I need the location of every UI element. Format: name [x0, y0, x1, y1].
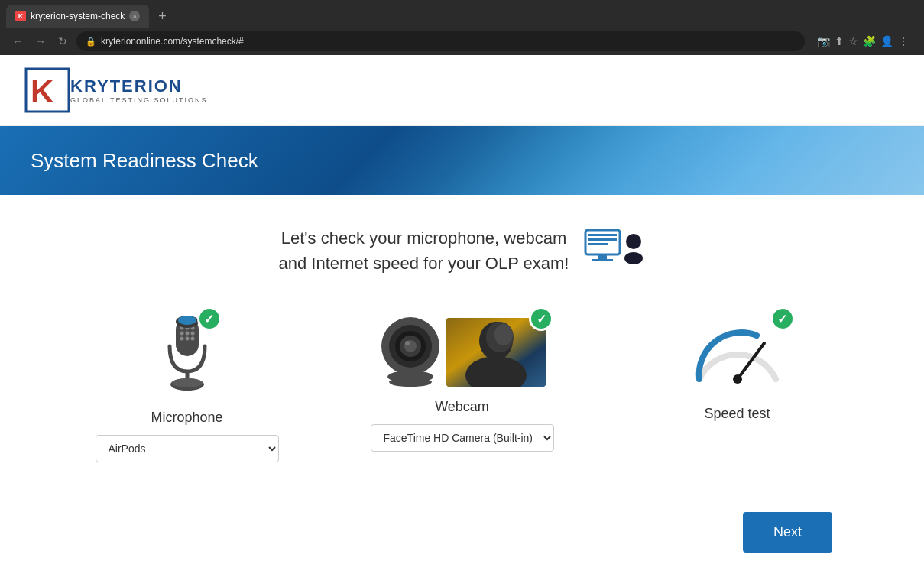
svg-point-30: [405, 341, 410, 345]
url-bar[interactable]: 🔒 kryteriononline.com/systemcheck/#: [76, 31, 805, 51]
extension-icon[interactable]: 🧩: [863, 35, 876, 47]
svg-point-38: [733, 374, 742, 384]
svg-point-15: [185, 332, 189, 336]
svg-text:K: K: [31, 73, 53, 109]
new-tab-button[interactable]: +: [152, 8, 173, 24]
banner-title: System Readiness Check: [31, 149, 258, 173]
tab-close-button[interactable]: ×: [129, 11, 140, 21]
svg-point-14: [180, 332, 183, 336]
bookmark-icon[interactable]: ☆: [848, 35, 858, 47]
tab-title: kryterion-system-check: [31, 11, 125, 21]
url-text: kryteriononline.com/systemcheck/#: [101, 36, 244, 47]
main-content: Let's check your microphone, webcam and …: [0, 195, 924, 554]
webcam-icon-wrapper: ✓: [378, 314, 546, 387]
intro-text: Let's check your microphone, webcam and …: [279, 225, 569, 276]
reload-button[interactable]: ↻: [55, 34, 70, 49]
page-content: K KRYTERION GLOBAL TESTING SOLUTIONS Sys…: [0, 55, 924, 554]
webcam-combo: [378, 314, 546, 387]
share-icon[interactable]: ⬆: [835, 35, 844, 47]
proctor-icon: [584, 226, 645, 276]
intro-line2: and Internet speed for your OLP exam!: [279, 254, 569, 273]
logo-text: KRYTERION GLOBAL TESTING SOLUTIONS: [70, 76, 208, 104]
back-button[interactable]: ←: [9, 34, 26, 49]
intro-section: Let's check your microphone, webcam and …: [279, 225, 646, 276]
webcam-preview: [446, 318, 546, 387]
webcam-select[interactable]: FaceTime HD Camera (Built-in) (05ac USB …: [371, 424, 554, 452]
speed-check-badge: ✓: [770, 306, 795, 331]
intro-line1: Let's check your microphone, webcam: [281, 229, 566, 248]
svg-point-31: [387, 371, 433, 383]
logo-name: KRYTERION: [70, 76, 208, 96]
next-button[interactable]: Next: [743, 512, 832, 553]
svg-point-17: [180, 337, 183, 341]
microphone-select[interactable]: AirPods Built-in Microphone USB Micropho…: [96, 435, 279, 462]
svg-point-21: [178, 316, 196, 325]
microphone-label: Microphone: [151, 410, 222, 426]
webcam-icon: [378, 314, 443, 387]
microphone-card: ✓: [80, 314, 294, 462]
speed-test-label: Speed test: [704, 406, 770, 422]
webcam-check-badge: ✓: [529, 306, 553, 331]
footer-area: Next: [46, 462, 878, 478]
svg-point-18: [185, 337, 189, 341]
webcam-label: Webcam: [435, 399, 489, 415]
svg-point-36: [494, 324, 513, 345]
browser-chrome: K kryterion-system-check × + ← → ↻ 🔒 kry…: [0, 0, 924, 55]
tab-bar: K kryterion-system-check × +: [0, 0, 924, 28]
speed-icon-wrapper: ✓: [688, 314, 787, 394]
svg-point-16: [190, 332, 194, 336]
svg-rect-5: [588, 234, 617, 236]
banner: System Readiness Check: [0, 126, 924, 195]
mic-check-badge: ✓: [197, 306, 222, 331]
cards-row: ✓: [46, 314, 878, 462]
webcam-card: ✓: [355, 314, 569, 452]
tab-favicon: K: [15, 11, 26, 21]
header: K KRYTERION GLOBAL TESTING SOLUTIONS: [0, 55, 924, 126]
svg-point-19: [190, 337, 194, 341]
kryterion-logo-mark: K: [24, 67, 70, 113]
person-preview: [446, 318, 546, 387]
lock-icon: 🔒: [86, 37, 96, 47]
logo-subtitle: GLOBAL TESTING SOLUTIONS: [70, 96, 208, 104]
camera-icon[interactable]: 📷: [817, 35, 830, 47]
svg-rect-7: [588, 243, 608, 245]
mic-icon-wrapper: ✓: [160, 314, 214, 397]
svg-rect-6: [588, 238, 617, 241]
active-tab[interactable]: K kryterion-system-check ×: [6, 5, 149, 28]
svg-point-9: [624, 252, 643, 264]
speed-test-card: ✓ Speed test: [631, 314, 845, 431]
forward-button[interactable]: →: [32, 34, 49, 49]
profile-icon[interactable]: 👤: [880, 35, 893, 47]
address-bar: ← → ↻ 🔒 kryteriononline.com/systemcheck/…: [0, 28, 924, 55]
svg-rect-2: [585, 230, 620, 254]
svg-rect-3: [598, 254, 607, 259]
logo: K KRYTERION GLOBAL TESTING SOLUTIONS: [24, 67, 900, 113]
menu-icon[interactable]: ⋮: [898, 35, 909, 47]
svg-point-8: [626, 234, 641, 249]
svg-rect-4: [592, 259, 613, 261]
browser-actions: 📷 ⬆ ☆ 🧩 👤 ⋮: [811, 35, 915, 47]
svg-point-24: [172, 378, 203, 387]
